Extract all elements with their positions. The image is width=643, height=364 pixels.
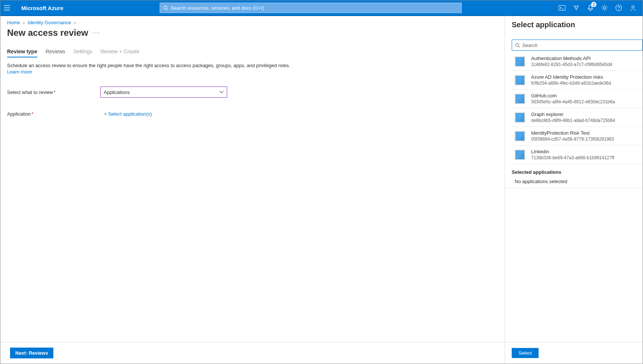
application-icon	[515, 94, 525, 104]
header-icons: 2	[558, 4, 637, 12]
application-icon	[515, 131, 525, 141]
chevron-right-icon: ›	[74, 20, 75, 25]
filter-icon[interactable]	[573, 4, 580, 12]
chevron-down-icon	[219, 91, 224, 94]
tab-review-create: Review + Create	[100, 48, 139, 57]
main-panel: Home › Identity Governance › New access …	[0, 15, 505, 364]
application-list: Authentication Methods API2c48fe82-8281-…	[505, 52, 643, 164]
application-name: Authentication Methods API	[531, 56, 612, 61]
selected-applications-heading: Selected applications	[505, 164, 643, 179]
more-actions-icon[interactable]: ···	[93, 29, 100, 36]
svg-point-3	[616, 5, 622, 11]
notification-badge: 2	[591, 2, 596, 7]
application-item[interactable]: Authentication Methods API2c48fe82-8281-…	[512, 52, 643, 71]
application-text: Linkedin7136b336-be69-47a3-a666-b1b99141…	[531, 149, 614, 160]
application-text: Authentication Methods API2c48fe82-8281-…	[531, 56, 612, 67]
svg-point-0	[164, 6, 167, 9]
no-applications-selected: No applications selected	[505, 179, 643, 188]
app-search-box[interactable]	[512, 40, 643, 51]
help-icon[interactable]	[615, 4, 622, 12]
chevron-right-icon: ›	[23, 20, 25, 25]
settings-icon[interactable]	[601, 4, 608, 12]
application-name: Azure AD Identity Protection risks	[531, 74, 611, 80]
right-panel-title: Select application	[505, 21, 643, 29]
tab-settings: Settings	[73, 48, 92, 57]
application-icon	[515, 75, 525, 85]
select-what-dropdown[interactable]: Applications	[100, 87, 227, 98]
application-icon	[515, 150, 525, 160]
application-id: 30305e5c-a6fe-4a45-8612-e830ec231b6a	[531, 99, 615, 104]
breadcrumb-identity-governance[interactable]: Identity Governance	[28, 20, 71, 25]
tab-review-type[interactable]: Review type	[7, 48, 37, 57]
application-text: Azure AD Identity Protection risksfcf6cf…	[531, 74, 611, 86]
application-item[interactable]: GitHub.com30305e5c-a6fe-4a45-8612-e830ec…	[512, 90, 643, 108]
application-name: IdentityProtection Risk Test	[531, 130, 614, 136]
hamburger-icon[interactable]	[3, 4, 11, 12]
application-text: GitHub.com30305e5c-a6fe-4a45-8612-e830ec…	[531, 93, 615, 104]
footer-bar: Next: Reviews	[0, 342, 505, 364]
application-id: de8bc8b5-d9f9-48b1-a8ad-b748da725064	[531, 118, 615, 123]
svg-rect-1	[559, 6, 565, 10]
top-header: Microsoft Azure 2	[0, 0, 643, 15]
application-name: Linkedin	[531, 149, 614, 154]
breadcrumb-home[interactable]: Home	[7, 20, 20, 25]
application-name: GitHub.com	[531, 93, 615, 98]
application-label: Application*	[7, 111, 100, 117]
application-id: 7136b336-be69-47a3-a666-b1b9914127ff	[531, 155, 614, 160]
select-what-label: Select what to review*	[7, 90, 100, 95]
tab-reviews[interactable]: Reviews	[46, 48, 65, 57]
right-panel-footer: Select	[505, 342, 643, 364]
feedback-icon[interactable]	[629, 4, 637, 12]
next-reviews-button[interactable]: Next: Reviews	[10, 348, 53, 358]
select-button[interactable]: Select	[512, 348, 539, 358]
global-search-container	[160, 3, 462, 13]
application-icon	[515, 56, 525, 67]
svg-point-6	[516, 43, 519, 46]
select-application-panel: Select application Authentication Method…	[505, 15, 643, 364]
application-icon	[515, 112, 525, 123]
required-star-icon: *	[32, 111, 34, 117]
global-search-input[interactable]	[170, 5, 458, 11]
application-name: Graph explorer	[531, 112, 615, 117]
required-star-icon: *	[54, 90, 56, 95]
application-id: 2c48fe82-8281-45d3-a7c7-cf9f6d8540d4	[531, 62, 612, 67]
notifications-icon[interactable]: 2	[587, 4, 594, 12]
svg-point-5	[632, 6, 634, 8]
application-item[interactable]: IdentityProtection Risk Test05f39884-cd5…	[512, 127, 643, 145]
select-what-value: Applications	[104, 90, 130, 95]
application-item[interactable]: Azure AD Identity Protection risksfcf6cf…	[512, 71, 643, 90]
svg-point-2	[603, 7, 606, 9]
breadcrumb: Home › Identity Governance ›	[7, 20, 498, 25]
tab-bar: Review type Reviews Settings Review + Cr…	[7, 48, 498, 57]
cloud-shell-icon[interactable]	[558, 4, 566, 12]
global-search-box[interactable]	[160, 3, 462, 13]
app-search-input[interactable]	[522, 43, 639, 48]
application-id: 05f39884-cd57-4a56-8779-173f08291983	[531, 136, 614, 142]
select-applications-link[interactable]: + Select application(s)	[104, 111, 152, 117]
description-text: Schedule an access review to ensure the …	[7, 63, 498, 68]
search-icon	[515, 43, 520, 48]
application-text: IdentityProtection Risk Test05f39884-cd5…	[531, 130, 614, 142]
page-title: New access review	[7, 28, 88, 38]
application-item[interactable]: Graph explorerde8bc8b5-d9f9-48b1-a8ad-b7…	[512, 108, 643, 127]
svg-point-4	[618, 9, 619, 10]
application-id: fcf6cf34-a68b-4fec-b3d9-a92b2aede36d	[531, 81, 611, 86]
brand-label: Microsoft Azure	[21, 5, 63, 11]
application-item[interactable]: Linkedin7136b336-be69-47a3-a666-b1b99141…	[512, 145, 643, 164]
learn-more-link[interactable]: Learn more	[7, 69, 32, 75]
application-text: Graph explorerde8bc8b5-d9f9-48b1-a8ad-b7…	[531, 112, 615, 123]
search-icon	[163, 5, 168, 10]
